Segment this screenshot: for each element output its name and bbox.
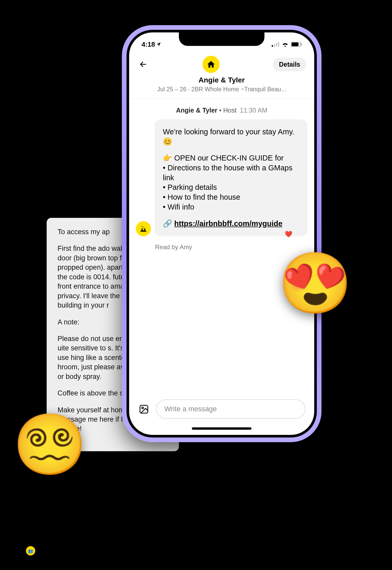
message-role: • Host [219, 107, 236, 114]
message-input[interactable]: Write a message [156, 399, 305, 419]
header-avatar[interactable] [202, 56, 220, 73]
phone-bezel: 4:18 [127, 30, 317, 437]
photo-button[interactable] [138, 403, 150, 415]
svg-rect-6 [301, 43, 302, 45]
message-text-line: 👉 OPEN our CHECK-IN GUIDE for [163, 153, 299, 163]
message-time: 11:30 AM [240, 107, 267, 114]
home-indicator[interactable] [192, 427, 251, 430]
message-row: We're looking forward to your stay Amy. … [136, 119, 307, 236]
svg-rect-5 [292, 43, 299, 46]
phone-screen: 4:18 [129, 32, 314, 435]
wifi-icon [282, 42, 289, 47]
svg-rect-0 [272, 45, 273, 47]
svg-point-10 [144, 228, 145, 230]
status-time: 4:18 [142, 40, 155, 48]
message-sender: Angie & Tyler [176, 107, 217, 114]
message-bullet: • How to find the house [163, 192, 299, 202]
message-bullet: • Parking details [163, 183, 299, 192]
conversation-body: Angie & Tyler • Host 11:30 AM [129, 99, 314, 256]
back-button[interactable] [137, 58, 149, 71]
people-icon [139, 225, 147, 233]
arrow-left-icon [139, 60, 147, 68]
location-icon [156, 42, 161, 47]
notch [179, 32, 264, 46]
message-link-line: 🔗 https://airbnbbff.com/myguide [163, 219, 299, 229]
house-icon [207, 60, 215, 69]
message-bubble[interactable]: We're looking forward to your stay Amy. … [155, 119, 307, 236]
conversation-header: Details Angie & Tyler Jul 25 – 26 · 2BR … [129, 51, 314, 99]
message-input-bar: Write a message [129, 399, 314, 419]
message-reaction[interactable]: ❤️ [285, 231, 292, 238]
read-receipt: Read by Amy [155, 244, 307, 251]
svg-rect-2 [276, 43, 277, 47]
svg-point-8 [142, 226, 143, 227]
svg-rect-1 [274, 44, 275, 47]
image-icon [139, 404, 149, 414]
message-meta: Angie & Tyler • Host 11:30 AM [136, 107, 307, 114]
message-text-line: We're looking forward to your stay Amy. … [163, 127, 299, 147]
svg-point-9 [141, 228, 143, 230]
message-bullet: • Wifi info [163, 202, 299, 212]
conversation-title: Angie & Tyler [137, 76, 306, 84]
phone-frame: 4:18 [122, 25, 321, 442]
legacy-host-avatar: 👥 [26, 546, 35, 555]
cellular-icon [272, 42, 279, 47]
svg-rect-3 [278, 42, 279, 47]
message-link[interactable]: https://airbnbbff.com/myguide [174, 219, 282, 228]
link-icon: 🔗 [163, 219, 174, 228]
details-button[interactable]: Details [273, 58, 306, 71]
people-icon: 👥 [28, 548, 33, 553]
message-bullet: • Directions to the house with a GMaps l… [163, 163, 299, 183]
svg-point-12 [142, 407, 144, 409]
host-avatar[interactable] [136, 221, 151, 236]
conversation-subtitle: Jul 25 – 26 · 2BR Whole Home ~Tranquil B… [137, 86, 306, 93]
battery-icon [291, 42, 302, 47]
